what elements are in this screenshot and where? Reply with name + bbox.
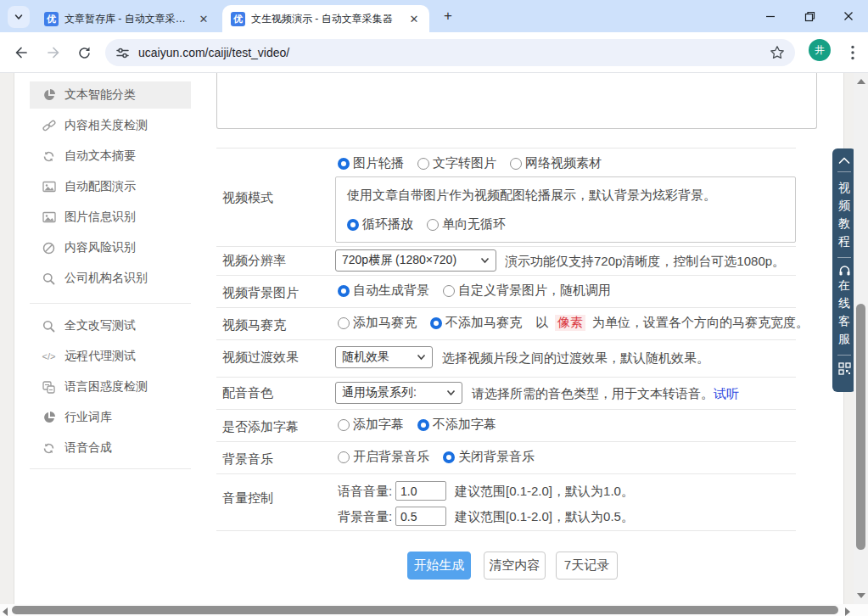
video-mode-description: 使用文章自带图片作为视频配图轮播展示，默认背景为炫彩背景。 [347,188,716,204]
radio-bgm-off[interactable] [443,451,455,463]
url-text[interactable]: ucaiyun.com/caiji/test_video/ [138,46,770,59]
forward-icon [46,45,61,60]
close-window-button[interactable] [829,0,868,32]
search-icon [42,319,56,333]
star-icon[interactable] [770,45,785,60]
sync-icon [42,441,56,456]
search-icon [42,272,56,286]
back-icon [14,45,29,60]
radio-label[interactable]: 文字转图片 [433,155,496,171]
sidebar-item-label: 远程代理测试 [64,349,136,364]
radio-label[interactable]: 单向无循环 [442,216,506,232]
voice-hint: 请选择所需的音色类型，用于文本转语音。试听 [472,386,739,402]
radio-auto-background[interactable] [338,285,350,297]
tab-title: 文生视频演示 - 自动文章采集器 [251,12,402,26]
radio-label[interactable]: 循环播放 [362,216,413,232]
sidebar-item-speech-synthesis[interactable]: 语音合成 [30,434,191,462]
radio-no-mosaic[interactable] [430,317,442,329]
tab-article-store[interactable]: 优 文章暂存库 - 自动文章采集器-优 ✕ [36,5,219,32]
radio-label[interactable]: 关闭背景音乐 [458,449,535,465]
bgm-volume-input[interactable] [395,507,446,526]
radio-bgm-on[interactable] [338,451,350,463]
site-favicon: 优 [44,12,59,26]
profile-avatar[interactable]: 井 [809,39,831,61]
radio-label[interactable]: 自动生成背景 [353,283,429,299]
new-tab-button[interactable]: + [440,8,456,25]
horizontal-scrollbar-thumb[interactable] [12,606,838,614]
arrow-up-icon[interactable] [857,79,865,84]
sidebar-item-industry-lexicon[interactable]: 行业词库 [30,404,191,431]
arrow-down-icon[interactable] [857,593,865,598]
chevron-up-icon[interactable] [838,157,850,165]
bgm-volume-caption: 背景音量: [338,509,392,525]
tune-icon[interactable] [115,46,130,60]
radio-label[interactable]: 添加马赛克 [353,315,417,331]
restore-button[interactable] [790,0,829,32]
radio-custom-background[interactable] [443,285,455,297]
sidebar-item-text-classification[interactable]: 文本智能分类 [30,81,191,109]
radio-add-mosaic[interactable] [338,317,350,329]
resolution-value: 720p横屏 (1280×720) [342,253,456,268]
sidebar-item-perplexity-check[interactable]: 语言困惑度检测 [30,373,191,400]
transition-value: 随机效果 [342,350,389,365]
radio-label[interactable]: 网络视频素材 [525,155,602,171]
radio-label[interactable]: 开启背景音乐 [353,449,429,465]
radio-text-to-image[interactable] [417,158,429,170]
arrow-right-icon[interactable] [845,608,850,616]
records-button[interactable]: 7天记录 [556,552,618,580]
close-window-icon [843,11,854,21]
sidebar-item-label: 全文改写测试 [64,318,136,333]
back-button[interactable] [12,43,31,62]
radio-web-video-material[interactable] [510,158,522,170]
close-icon[interactable]: ✕ [407,12,421,25]
sidebar-item-image-info[interactable]: 图片信息识别 [30,204,191,231]
radio-add-subtitle[interactable] [338,419,350,431]
content-textarea[interactable] [216,73,817,129]
generate-button[interactable]: 开始生成 [407,552,471,580]
voice-volume-input[interactable] [395,481,446,501]
radio-loop-play[interactable] [347,219,359,231]
transition-select[interactable]: 随机效果 [335,346,433,368]
online-service-link[interactable]: 在线客服 [838,277,851,348]
sidebar-item-auto-image-demo[interactable]: 自动配图演示 [30,173,191,200]
vertical-scrollbar-thumb[interactable] [856,304,865,550]
close-icon[interactable]: ✕ [197,12,210,25]
address-bar[interactable]: ucaiyun.com/caiji/test_video/ [105,39,795,66]
voice-preview-link[interactable]: 试听 [714,386,739,400]
sidebar-item-label: 自动配图演示 [64,179,136,194]
video-tutorial-link[interactable]: 视频教程 [838,179,851,250]
voice-select[interactable]: 通用场景系列: [335,382,462,404]
browser-titlebar: 优 文章暂存库 - 自动文章采集器-优 ✕ 优 文生视频演示 - 自动文章采集器… [0,0,868,32]
radio-label[interactable]: 添加字幕 [353,417,404,433]
tab-search-button[interactable] [8,6,30,28]
sidebar-item-rewrite-test[interactable]: 全文改写测试 [30,312,191,339]
radio-no-loop[interactable] [427,219,439,231]
vertical-scrollbar[interactable] [854,73,868,604]
translate-icon [42,380,56,395]
radio-image-carousel[interactable] [338,158,350,170]
sidebar-item-remote-proxy-test[interactable]: </> 远程代理测试 [30,343,191,370]
radio-label[interactable]: 自定义背景图片，随机调用 [458,283,611,299]
voice-volume-caption: 语音音量: [338,484,392,500]
sidebar-item-auto-summary[interactable]: 自动文本摘要 [30,143,191,170]
radio-no-subtitle[interactable] [417,419,429,431]
radio-label[interactable]: 不添加马赛克 [445,315,522,331]
sidebar-item-risk-detection[interactable]: 内容风险识别 [30,234,191,261]
sidebar-item-org-name-recognition[interactable]: 公司机构名识别 [30,265,191,292]
headset-icon[interactable] [838,265,851,277]
clear-button[interactable]: 清空内容 [484,552,546,580]
reload-button[interactable] [75,43,93,62]
forward-button[interactable] [44,43,63,62]
tab-video-demo[interactable]: 优 文生视频演示 - 自动文章采集器 ✕ [222,5,429,32]
arrow-left-icon[interactable] [3,608,8,616]
subtitle-options: 添加字幕 不添加字幕 [338,417,507,433]
radio-label[interactable]: 不添加字幕 [433,417,496,433]
qr-code-icon[interactable] [838,362,851,375]
mosaic-label: 视频马赛克 [222,317,286,333]
minimize-button[interactable] [751,0,790,32]
horizontal-scrollbar[interactable] [0,604,868,616]
sidebar-item-relevance-check[interactable]: 内容相关度检测 [30,112,191,139]
radio-label[interactable]: 图片轮播 [353,155,404,171]
browser-menu-button[interactable] [846,42,860,63]
resolution-select[interactable]: 720p横屏 (1280×720) [335,249,496,272]
